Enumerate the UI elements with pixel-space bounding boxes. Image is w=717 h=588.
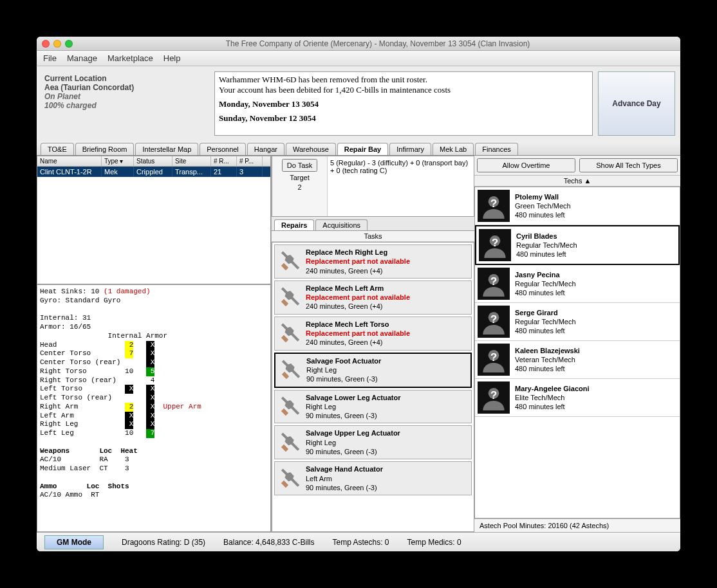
advance-day-button[interactable]: Advance Day [598, 71, 675, 136]
log-date: Monday, November 13 3054 [219, 99, 588, 109]
allow-overtime-button[interactable]: Allow Overtime [477, 158, 575, 172]
menu-manage[interactable]: Manage [67, 53, 97, 63]
titlebar: The Free Company of Oriente (Mercenary) … [37, 37, 680, 51]
tab-hangar[interactable]: Hangar [247, 143, 284, 155]
temp-medics: Temp Medics: 0 [407, 538, 461, 547]
wrench-icon [279, 395, 302, 418]
task-item[interactable]: Salvage Hand ActuatorLeft Arm90 minutes,… [274, 461, 472, 495]
tech-item[interactable]: ?Kaleen BlazejewskiVeteran Tech/Mech480 … [475, 341, 680, 379]
location-charge: 100% charged [44, 101, 207, 110]
person-silhouette-icon: ? [478, 381, 510, 414]
task-item[interactable]: Replace Mech Left ArmReplacement part no… [274, 280, 472, 315]
app-window: The Free Company of Oriente (Mercenary) … [37, 37, 680, 551]
temp-astechs: Temp Astechs: 0 [332, 538, 389, 547]
tab-warehouse[interactable]: Warehouse [286, 143, 336, 155]
target-value: 2 [297, 183, 301, 191]
task-item[interactable]: Replace Mech Right LegReplacement part n… [274, 244, 472, 279]
sub-tabbar: Repairs Acquisitions [272, 217, 474, 231]
tab-acquisitions[interactable]: Acquisitions [315, 219, 368, 230]
svg-text:?: ? [490, 198, 497, 210]
location-status: On Planet [44, 92, 207, 101]
tech-item[interactable]: ?Jasny PecinaRegular Tech/Mech480 minute… [475, 265, 680, 303]
tab-personnel[interactable]: Personnel [200, 143, 246, 155]
location-planet: Aea (Taurian Concordat) [44, 83, 207, 92]
task-item[interactable]: Salvage Lower Leg ActuatorRight Leg90 mi… [274, 390, 472, 424]
tech-item[interactable]: ?Serge GirardRegular Tech/Mech480 minute… [475, 303, 680, 341]
task-item[interactable]: Replace Mech Left TorsoReplacement part … [274, 317, 472, 351]
wrench-icon [279, 250, 302, 273]
svg-text:?: ? [492, 237, 498, 249]
tech-buttons: Allow Overtime Show All Tech Types [474, 156, 680, 176]
event-log[interactable]: Warhammer WHM-6D has been removed from t… [214, 71, 593, 136]
log-line: Your account has been debited for 1,420 … [219, 85, 451, 95]
techs-header[interactable]: Techs ▲ [474, 176, 680, 187]
svg-text:?: ? [490, 389, 497, 401]
window-controls [42, 40, 73, 48]
do-task-button[interactable]: Do Task [282, 159, 318, 172]
person-silhouette-icon: ? [478, 306, 510, 338]
wrench-icon [279, 431, 302, 454]
dragoons-rating: Dragoons Rating: D (35) [122, 538, 205, 547]
log-date: Sunday, November 12 3054 [219, 113, 588, 124]
person-silhouette-icon: ? [478, 344, 510, 376]
zoom-icon[interactable] [65, 40, 73, 48]
wrench-icon [279, 467, 302, 490]
task-item[interactable]: Salvage Upper Leg ActuatorRight Leg90 mi… [274, 425, 472, 459]
col-name[interactable]: Name [37, 156, 102, 166]
task-header: Do Task Target 2 5 (Regular) - 3 (diffic… [272, 156, 474, 217]
minimize-icon[interactable] [53, 40, 61, 48]
left-column: Name Type Status Site # R... # P... Clin… [37, 156, 272, 532]
location-label: Current Location [44, 74, 207, 83]
unit-detail: Heat Sinks: 10 (1 damaged) Gyro: Standar… [37, 284, 271, 532]
tab-infirmary[interactable]: Infirmary [389, 143, 431, 155]
tab-briefing-room[interactable]: Briefing Room [75, 143, 135, 155]
tab-interstellar-map[interactable]: Interstellar Map [135, 143, 198, 155]
roll-calculation: 5 (Regular) - 3 (difficulty) + 0 (transp… [327, 156, 474, 216]
tech-item[interactable]: ?Cyril BladesRegular Tech/Mech480 minute… [475, 225, 680, 265]
wrench-icon [279, 358, 303, 381]
tasks-header: Tasks [272, 231, 474, 242]
unit-table[interactable]: Name Type Status Site # R... # P... Clin… [37, 156, 271, 284]
main-content: Name Type Status Site # R... # P... Clin… [37, 156, 680, 532]
unit-table-header: Name Type Status Site # R... # P... [37, 156, 270, 167]
tab-mek-lab[interactable]: Mek Lab [433, 143, 474, 155]
tech-item[interactable]: ?Ptolemy WallGreen Tech/Mech480 minutes … [475, 187, 680, 225]
svg-text:?: ? [490, 275, 497, 288]
astech-pool: Astech Pool Minutes: 20160 (42 Astechs) [474, 519, 680, 532]
tab-repairs[interactable]: Repairs [274, 219, 314, 230]
task-item[interactable]: Salvage Foot ActuatorRight Leg90 minutes… [274, 353, 472, 388]
menu-file[interactable]: File [43, 53, 57, 63]
right-column: Allow Overtime Show All Tech Types Techs… [474, 156, 680, 532]
wrench-icon [279, 322, 302, 345]
tab-repair-bay[interactable]: Repair Bay [337, 143, 388, 155]
person-silhouette-icon: ? [478, 268, 510, 300]
unit-row[interactable]: Clint CLNT-1-2R Mek Crippled Transp... 2… [37, 167, 270, 177]
col-type[interactable]: Type [102, 156, 134, 166]
window-title: The Free Company of Oriente (Mercenary) … [80, 39, 675, 48]
close-icon[interactable] [42, 40, 50, 48]
status-bar: GM Mode Dragoons Rating: D (35) Balance:… [37, 532, 680, 551]
person-silhouette-icon: ? [479, 229, 511, 261]
middle-column: Do Task Target 2 5 (Regular) - 3 (diffic… [272, 156, 474, 532]
menu-help[interactable]: Help [163, 53, 181, 63]
col-site[interactable]: Site [172, 156, 211, 166]
balance: Balance: 4,648,833 C-Bills [223, 538, 314, 547]
header-zone: Current Location Aea (Taurian Concordat)… [37, 66, 680, 141]
person-silhouette-icon: ? [478, 190, 510, 222]
col-status[interactable]: Status [134, 156, 172, 166]
wrench-icon [279, 286, 302, 309]
col-repairs[interactable]: # R... [211, 156, 237, 166]
svg-text:?: ? [490, 351, 497, 363]
main-tabbar: TO&EBriefing RoomInterstellar MapPersonn… [37, 141, 680, 156]
svg-text:?: ? [490, 313, 497, 326]
tech-item[interactable]: ?Mary-Angelee GiaconiElite Tech/Mech480 … [475, 379, 680, 417]
menubar: File Manage Marketplace Help [37, 51, 680, 66]
task-list[interactable]: Replace Mech Right LegReplacement part n… [272, 242, 474, 532]
tab-finances[interactable]: Finances [475, 143, 518, 155]
tech-list[interactable]: ?Ptolemy WallGreen Tech/Mech480 minutes … [474, 187, 680, 519]
col-parts[interactable]: # P... [237, 156, 263, 166]
menu-marketplace[interactable]: Marketplace [107, 53, 153, 63]
gm-mode-button[interactable]: GM Mode [44, 535, 104, 549]
show-all-tech-types-button[interactable]: Show All Tech Types [579, 158, 678, 172]
tab-to-e[interactable]: TO&E [41, 143, 74, 155]
